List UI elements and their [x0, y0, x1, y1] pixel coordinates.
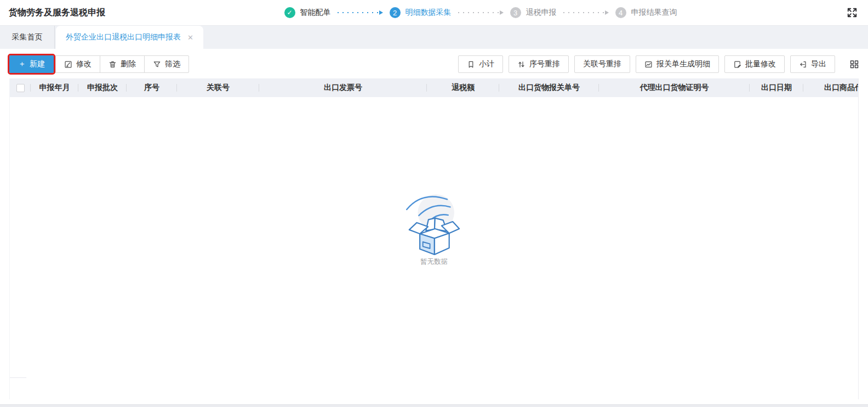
toolbar-button-group: 修改 删除 筛选: [56, 55, 189, 73]
step-detail-data-collection[interactable]: 2 明细数据采集: [390, 7, 452, 18]
export-icon: [799, 60, 807, 69]
empty-state-text: 暂无数据: [420, 257, 448, 267]
plus-icon: [18, 59, 26, 69]
column-header: 出口发票号: [259, 78, 427, 97]
toolbar-right-group: 小计 序号重排 关联号重排 报关单生成明细: [458, 55, 859, 73]
column-header: 出口商品代码: [803, 78, 859, 97]
step-label: 申报结果查询: [631, 8, 677, 18]
select-all-checkbox[interactable]: [16, 84, 25, 92]
tab-label: 外贸企业出口退税出口明细申报表: [66, 32, 181, 42]
fullscreen-icon[interactable]: [845, 5, 859, 20]
progress-stepper: 智能配单 2 明细数据采集 3 退税申报 4: [127, 7, 834, 18]
app-header: 货物劳务及服务退税申报 智能配单 2 明细数据采集 3 退税申报: [0, 0, 868, 26]
page-title: 货物劳务及服务退税申报: [9, 7, 105, 19]
column-header: 出口货物报关单号: [499, 78, 599, 97]
button-label: 导出: [811, 59, 826, 69]
button-label: 序号重排: [529, 59, 560, 69]
new-button[interactable]: 新建: [9, 55, 54, 73]
dotted-line: [563, 12, 604, 13]
toolbar-left-group: 新建 修改 删除: [9, 55, 189, 73]
chart-icon: [644, 60, 653, 69]
edit-button[interactable]: 修改: [55, 55, 100, 73]
column-header: 申报年月: [31, 78, 78, 97]
step-label: 明细数据采集: [406, 8, 452, 18]
horizontal-scrollbar-track[interactable]: [0, 404, 868, 407]
column-header: 关联号: [177, 78, 259, 97]
table-footer-stub: [10, 377, 26, 378]
arrowhead-icon: [379, 10, 383, 15]
arrowhead-icon: [500, 10, 504, 15]
export-button[interactable]: 导出: [790, 55, 835, 73]
empty-state: 暂无数据: [10, 189, 858, 267]
step-tax-refund-declare[interactable]: 3 退税申报: [510, 7, 557, 18]
filter-button[interactable]: 筛选: [144, 55, 189, 73]
column-header: 出口日期: [750, 78, 803, 97]
column-header: 代理出口货物证明号: [599, 78, 750, 97]
column-header: 序号: [127, 78, 177, 97]
close-tab-icon[interactable]: [187, 33, 193, 42]
button-label: 关联号重排: [583, 59, 621, 69]
table-header-row: 申报年月 申报批次 序号 关联号 出口发票号 退税额 出口货物报关单号 代理出口…: [10, 78, 859, 97]
toolbar: 新建 修改 删除: [0, 49, 868, 73]
button-label: 新建: [30, 59, 45, 69]
step-label: 退税申报: [526, 8, 557, 18]
sort-icon: [517, 60, 526, 69]
step-connector: [338, 10, 383, 15]
column-settings-icon[interactable]: [849, 59, 859, 69]
tab-label: 采集首页: [12, 32, 43, 42]
step-done-check-icon: [284, 7, 295, 18]
column-header: 退税额: [427, 78, 499, 97]
button-label: 删除: [121, 59, 136, 69]
step-declare-result-query[interactable]: 4 申报结果查询: [615, 7, 677, 18]
column-header: 申报批次: [78, 78, 127, 97]
button-label: 批量修改: [745, 59, 776, 69]
tab-export-detail-declare-form[interactable]: 外贸企业出口退税出口明细申报表: [56, 26, 203, 49]
button-label: 小计: [479, 59, 494, 69]
dotted-line: [458, 12, 499, 13]
arrowhead-icon: [605, 10, 609, 15]
edit-icon: [64, 60, 72, 69]
step-connector: [563, 10, 609, 15]
button-label: 报关单生成明细: [656, 59, 710, 69]
data-table: 申报年月 申报批次 序号 关联号 出口发票号 退税额 出口货物报关单号 代理出口…: [9, 78, 859, 399]
dotted-line: [338, 12, 378, 13]
step-number-badge: 2: [390, 7, 401, 18]
select-all-cell: [10, 78, 31, 97]
button-label: 筛选: [165, 59, 180, 69]
bookmark-icon: [467, 60, 475, 69]
step-label: 智能配单: [300, 8, 331, 18]
delete-button[interactable]: 删除: [100, 55, 145, 73]
trash-icon: [108, 60, 117, 69]
batch-edit-icon: [733, 60, 741, 69]
app-window: 货物劳务及服务退税申报 智能配单 2 明细数据采集 3 退税申报: [0, 0, 868, 407]
step-connector: [458, 10, 504, 15]
filter-icon: [153, 60, 161, 69]
tab-bar: 采集首页 外贸企业出口退税出口明细申报表: [0, 26, 868, 49]
tab-collection-home[interactable]: 采集首页: [0, 26, 55, 49]
generate-detail-from-customs-button[interactable]: 报关单生成明细: [636, 55, 719, 73]
empty-box-illustration: [400, 189, 468, 255]
batch-edit-button[interactable]: 批量修改: [724, 55, 785, 73]
resort-sequence-button[interactable]: 序号重排: [509, 55, 569, 73]
step-smart-matching[interactable]: 智能配单: [284, 7, 331, 18]
subtotal-button[interactable]: 小计: [458, 55, 503, 73]
step-number-badge: 4: [615, 7, 626, 18]
step-number-badge: 3: [510, 7, 521, 18]
button-label: 修改: [76, 59, 92, 69]
resort-relation-number-button[interactable]: 关联号重排: [574, 55, 630, 73]
